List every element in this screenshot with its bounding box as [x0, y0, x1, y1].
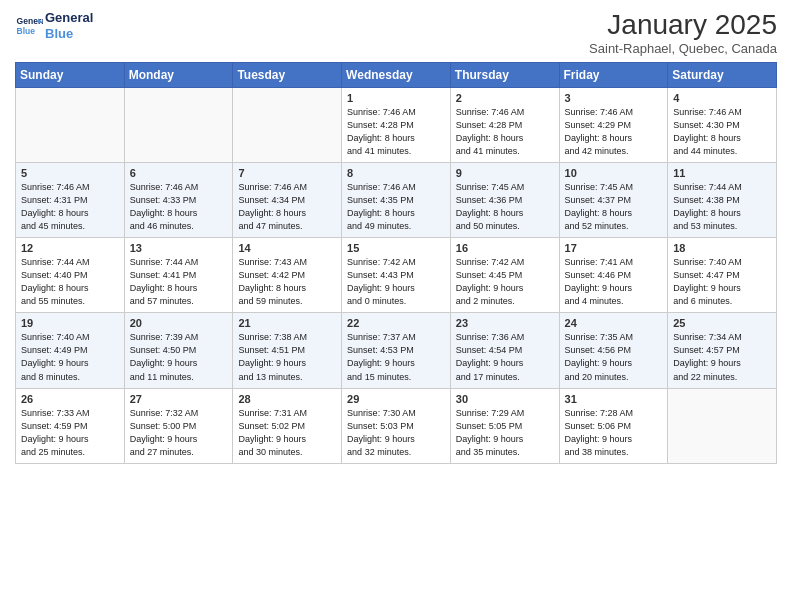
- calendar-cell: 24Sunrise: 7:35 AM Sunset: 4:56 PM Dayli…: [559, 313, 668, 388]
- subtitle: Saint-Raphael, Quebec, Canada: [589, 41, 777, 56]
- calendar-week-5: 26Sunrise: 7:33 AM Sunset: 4:59 PM Dayli…: [16, 388, 777, 463]
- calendar-cell: [16, 87, 125, 162]
- day-number: 19: [21, 317, 119, 329]
- day-number: 11: [673, 167, 771, 179]
- day-info: Sunrise: 7:46 AM Sunset: 4:31 PM Dayligh…: [21, 181, 119, 233]
- day-info: Sunrise: 7:35 AM Sunset: 4:56 PM Dayligh…: [565, 331, 663, 383]
- day-number: 9: [456, 167, 554, 179]
- day-info: Sunrise: 7:29 AM Sunset: 5:05 PM Dayligh…: [456, 407, 554, 459]
- calendar-cell: 23Sunrise: 7:36 AM Sunset: 4:54 PM Dayli…: [450, 313, 559, 388]
- calendar-cell: [233, 87, 342, 162]
- day-info: Sunrise: 7:46 AM Sunset: 4:30 PM Dayligh…: [673, 106, 771, 158]
- calendar-cell: 12Sunrise: 7:44 AM Sunset: 4:40 PM Dayli…: [16, 238, 125, 313]
- calendar-week-3: 12Sunrise: 7:44 AM Sunset: 4:40 PM Dayli…: [16, 238, 777, 313]
- day-info: Sunrise: 7:46 AM Sunset: 4:34 PM Dayligh…: [238, 181, 336, 233]
- day-number: 21: [238, 317, 336, 329]
- day-number: 17: [565, 242, 663, 254]
- calendar-cell: 31Sunrise: 7:28 AM Sunset: 5:06 PM Dayli…: [559, 388, 668, 463]
- day-number: 2: [456, 92, 554, 104]
- day-info: Sunrise: 7:38 AM Sunset: 4:51 PM Dayligh…: [238, 331, 336, 383]
- day-number: 27: [130, 393, 228, 405]
- weekday-header-thursday: Thursday: [450, 62, 559, 87]
- calendar-cell: 21Sunrise: 7:38 AM Sunset: 4:51 PM Dayli…: [233, 313, 342, 388]
- day-info: Sunrise: 7:46 AM Sunset: 4:35 PM Dayligh…: [347, 181, 445, 233]
- day-info: Sunrise: 7:45 AM Sunset: 4:37 PM Dayligh…: [565, 181, 663, 233]
- day-info: Sunrise: 7:41 AM Sunset: 4:46 PM Dayligh…: [565, 256, 663, 308]
- calendar-cell: 20Sunrise: 7:39 AM Sunset: 4:50 PM Dayli…: [124, 313, 233, 388]
- day-number: 7: [238, 167, 336, 179]
- svg-text:Blue: Blue: [17, 25, 36, 35]
- day-info: Sunrise: 7:30 AM Sunset: 5:03 PM Dayligh…: [347, 407, 445, 459]
- calendar-cell: 14Sunrise: 7:43 AM Sunset: 4:42 PM Dayli…: [233, 238, 342, 313]
- day-info: Sunrise: 7:37 AM Sunset: 4:53 PM Dayligh…: [347, 331, 445, 383]
- calendar-cell: 5Sunrise: 7:46 AM Sunset: 4:31 PM Daylig…: [16, 162, 125, 237]
- day-number: 20: [130, 317, 228, 329]
- day-info: Sunrise: 7:44 AM Sunset: 4:41 PM Dayligh…: [130, 256, 228, 308]
- main-title: January 2025: [589, 10, 777, 41]
- day-number: 4: [673, 92, 771, 104]
- day-number: 26: [21, 393, 119, 405]
- calendar-cell: 11Sunrise: 7:44 AM Sunset: 4:38 PM Dayli…: [668, 162, 777, 237]
- day-info: Sunrise: 7:46 AM Sunset: 4:28 PM Dayligh…: [456, 106, 554, 158]
- calendar-cell: 4Sunrise: 7:46 AM Sunset: 4:30 PM Daylig…: [668, 87, 777, 162]
- calendar-cell: 6Sunrise: 7:46 AM Sunset: 4:33 PM Daylig…: [124, 162, 233, 237]
- title-block: January 2025 Saint-Raphael, Quebec, Cana…: [589, 10, 777, 56]
- calendar-cell: 10Sunrise: 7:45 AM Sunset: 4:37 PM Dayli…: [559, 162, 668, 237]
- day-info: Sunrise: 7:43 AM Sunset: 4:42 PM Dayligh…: [238, 256, 336, 308]
- calendar-week-2: 5Sunrise: 7:46 AM Sunset: 4:31 PM Daylig…: [16, 162, 777, 237]
- weekday-header-tuesday: Tuesday: [233, 62, 342, 87]
- day-number: 8: [347, 167, 445, 179]
- day-number: 12: [21, 242, 119, 254]
- day-number: 15: [347, 242, 445, 254]
- calendar-cell: 7Sunrise: 7:46 AM Sunset: 4:34 PM Daylig…: [233, 162, 342, 237]
- calendar-cell: 27Sunrise: 7:32 AM Sunset: 5:00 PM Dayli…: [124, 388, 233, 463]
- day-number: 18: [673, 242, 771, 254]
- day-info: Sunrise: 7:40 AM Sunset: 4:47 PM Dayligh…: [673, 256, 771, 308]
- calendar-cell: 1Sunrise: 7:46 AM Sunset: 4:28 PM Daylig…: [342, 87, 451, 162]
- day-info: Sunrise: 7:46 AM Sunset: 4:33 PM Dayligh…: [130, 181, 228, 233]
- day-info: Sunrise: 7:45 AM Sunset: 4:36 PM Dayligh…: [456, 181, 554, 233]
- calendar-header-row: SundayMondayTuesdayWednesdayThursdayFrid…: [16, 62, 777, 87]
- page: General Blue General Blue January 2025 S…: [0, 0, 792, 612]
- day-number: 5: [21, 167, 119, 179]
- day-info: Sunrise: 7:31 AM Sunset: 5:02 PM Dayligh…: [238, 407, 336, 459]
- day-info: Sunrise: 7:32 AM Sunset: 5:00 PM Dayligh…: [130, 407, 228, 459]
- day-number: 13: [130, 242, 228, 254]
- weekday-header-monday: Monday: [124, 62, 233, 87]
- day-number: 24: [565, 317, 663, 329]
- calendar-cell: 17Sunrise: 7:41 AM Sunset: 4:46 PM Dayli…: [559, 238, 668, 313]
- calendar-cell: 18Sunrise: 7:40 AM Sunset: 4:47 PM Dayli…: [668, 238, 777, 313]
- day-number: 10: [565, 167, 663, 179]
- calendar-cell: [668, 388, 777, 463]
- day-info: Sunrise: 7:34 AM Sunset: 4:57 PM Dayligh…: [673, 331, 771, 383]
- day-info: Sunrise: 7:46 AM Sunset: 4:28 PM Dayligh…: [347, 106, 445, 158]
- logo-blue: Blue: [45, 26, 93, 42]
- day-info: Sunrise: 7:28 AM Sunset: 5:06 PM Dayligh…: [565, 407, 663, 459]
- day-number: 30: [456, 393, 554, 405]
- calendar-cell: 9Sunrise: 7:45 AM Sunset: 4:36 PM Daylig…: [450, 162, 559, 237]
- calendar-cell: 2Sunrise: 7:46 AM Sunset: 4:28 PM Daylig…: [450, 87, 559, 162]
- calendar-cell: 13Sunrise: 7:44 AM Sunset: 4:41 PM Dayli…: [124, 238, 233, 313]
- day-number: 16: [456, 242, 554, 254]
- day-info: Sunrise: 7:36 AM Sunset: 4:54 PM Dayligh…: [456, 331, 554, 383]
- day-number: 29: [347, 393, 445, 405]
- day-number: 28: [238, 393, 336, 405]
- weekday-header-friday: Friday: [559, 62, 668, 87]
- day-info: Sunrise: 7:33 AM Sunset: 4:59 PM Dayligh…: [21, 407, 119, 459]
- calendar-cell: 29Sunrise: 7:30 AM Sunset: 5:03 PM Dayli…: [342, 388, 451, 463]
- calendar-cell: 19Sunrise: 7:40 AM Sunset: 4:49 PM Dayli…: [16, 313, 125, 388]
- weekday-header-sunday: Sunday: [16, 62, 125, 87]
- day-info: Sunrise: 7:42 AM Sunset: 4:45 PM Dayligh…: [456, 256, 554, 308]
- calendar-cell: 15Sunrise: 7:42 AM Sunset: 4:43 PM Dayli…: [342, 238, 451, 313]
- header: General Blue General Blue January 2025 S…: [15, 10, 777, 56]
- calendar-cell: [124, 87, 233, 162]
- day-number: 3: [565, 92, 663, 104]
- day-info: Sunrise: 7:39 AM Sunset: 4:50 PM Dayligh…: [130, 331, 228, 383]
- calendar-week-1: 1Sunrise: 7:46 AM Sunset: 4:28 PM Daylig…: [16, 87, 777, 162]
- weekday-header-saturday: Saturday: [668, 62, 777, 87]
- calendar-cell: 30Sunrise: 7:29 AM Sunset: 5:05 PM Dayli…: [450, 388, 559, 463]
- calendar-cell: 28Sunrise: 7:31 AM Sunset: 5:02 PM Dayli…: [233, 388, 342, 463]
- calendar-cell: 22Sunrise: 7:37 AM Sunset: 4:53 PM Dayli…: [342, 313, 451, 388]
- day-number: 1: [347, 92, 445, 104]
- day-number: 31: [565, 393, 663, 405]
